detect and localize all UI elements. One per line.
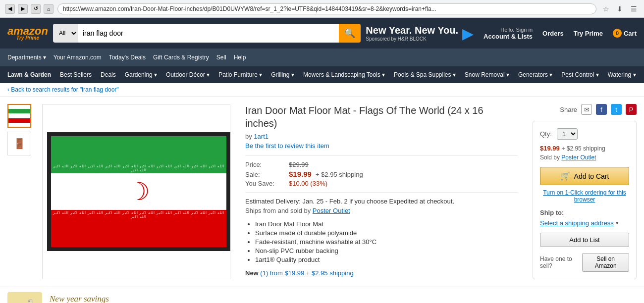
divider-2 xyxy=(245,192,518,193)
review-link[interactable]: Be the first to review this item xyxy=(245,142,518,150)
ships-seller-link[interactable]: Poster Outlet xyxy=(313,207,350,214)
delivery-label: Estimated Delivery: xyxy=(245,198,301,205)
product-title: Iran Door Mat Floor Mat - Flags Of The W… xyxy=(245,104,518,130)
thumbnail-1[interactable] xyxy=(7,104,31,128)
qty-label: Qty: xyxy=(540,130,552,138)
product-image: الله اکبر الله اکبر الله اکبر الله اکبر … xyxy=(45,125,228,258)
shipping-address-link[interactable]: Select a shipping address xyxy=(540,219,614,227)
cat-patio-furniture[interactable]: Patio Furniture ▾ xyxy=(218,71,262,78)
sell-nav[interactable]: Sell xyxy=(216,54,226,61)
feature-4: Non-slip PVC rubber backing xyxy=(255,247,518,254)
refresh-button[interactable]: ↺ xyxy=(31,4,41,14)
thumb-flag-1 xyxy=(8,109,30,123)
cat-deals[interactable]: Deals xyxy=(101,71,116,78)
shipping-address-row[interactable]: Select a shipping address ▾ xyxy=(540,219,629,227)
cat-grilling[interactable]: Grilling ▾ xyxy=(271,71,294,78)
cat-snow-removal[interactable]: Snow Removal ▾ xyxy=(465,71,509,78)
share-pinterest-button[interactable]: P xyxy=(626,104,637,115)
promo-main-text: New Year. New You. xyxy=(366,25,458,36)
account-section[interactable]: Hello. Sign in Account & Lists xyxy=(483,27,533,40)
cart-count-badge: 0 xyxy=(613,29,622,38)
browser-toolbar-icons: ☆ ⬇ ☰ xyxy=(600,3,639,14)
seller-link[interactable]: 1art1 xyxy=(254,133,268,140)
product-thumbnails: 🚪 xyxy=(7,104,32,279)
main-content: 🚪 الله اکبر الله اکبر الله اکبر الله اکب… xyxy=(0,97,644,287)
browser-nav-controls: ◀ ▶ ↺ ⌂ xyxy=(5,4,54,14)
try-prime-button[interactable]: Try Prime xyxy=(574,30,603,37)
todays-deals-nav[interactable]: Today's Deals xyxy=(109,54,146,61)
cat-watering[interactable]: Watering ▾ xyxy=(608,71,636,78)
flag-red-band: الله اکبر الله اکبر الله اکبر الله اکبر … xyxy=(51,210,226,247)
search-input[interactable] xyxy=(78,24,339,43)
browser-chrome: ◀ ▶ ↺ ⌂ https://www.amazon.com/Iran-Door… xyxy=(0,0,644,18)
cat-mowers[interactable]: Mowers & Landscaping Tools ▾ xyxy=(303,71,385,78)
cat-generators[interactable]: Generators ▾ xyxy=(518,71,552,78)
gift-cards-nav[interactable]: Gift Cards & Registry xyxy=(153,54,209,61)
flag-white-band: ☽ xyxy=(51,173,226,210)
amazon-logo[interactable]: amazon Try Prime xyxy=(7,26,48,41)
box-price: $19.99 + $2.95 shipping xyxy=(540,145,629,152)
buy-box: Qty: 1 $19.99 + $2.95 shipping Sold by P… xyxy=(533,121,637,279)
original-price: $29.99 xyxy=(289,161,309,168)
promo-sponsor-text: Sponsored by H&R BLOCK xyxy=(366,36,458,42)
add-to-list-button[interactable]: Add to List xyxy=(540,233,629,247)
thumbnail-2[interactable]: 🚪 xyxy=(7,132,31,155)
cat-best-sellers[interactable]: Best Sellers xyxy=(60,71,92,78)
thumb-icon-2: 🚪 xyxy=(13,138,26,150)
one-click-link[interactable]: Turn on 1-Click ordering for this browse… xyxy=(540,189,629,203)
search-bar: All 🔍 xyxy=(53,24,361,43)
ad-title: New year savings xyxy=(50,294,130,303)
product-features: Iran Door Mat Floor Mat Surface made of … xyxy=(245,220,518,263)
flag-green-band: الله اکبر الله اکبر الله اکبر الله اکبر … xyxy=(51,136,226,173)
share-email-button[interactable]: ✉ xyxy=(581,104,592,115)
search-button[interactable]: 🔍 xyxy=(339,24,361,43)
ad-content: New year savings SaluSpa Palm Springs Ho… xyxy=(50,294,130,303)
cat-pools[interactable]: Pools & Spa Supplies ▾ xyxy=(394,71,456,78)
settings-icon[interactable]: ☰ xyxy=(628,3,639,14)
home-button[interactable]: ⌂ xyxy=(44,4,54,14)
cart-button[interactable]: 0 Cart xyxy=(613,29,637,38)
breadcrumb[interactable]: ‹ Back to search results for "iran flag … xyxy=(0,83,644,97)
new-offer-link[interactable]: (1) from $19.99 + $2.95 shipping xyxy=(260,269,353,277)
departments-nav[interactable]: Departments ▾ xyxy=(7,54,46,61)
product-by-line: by 1art1 xyxy=(245,133,518,140)
ad-image: 🛁 xyxy=(7,292,42,303)
help-nav[interactable]: Help xyxy=(234,54,246,61)
promo-content: New Year. New You. Sponsored by H&R BLOC… xyxy=(366,25,458,42)
iran-flag-mat: الله اکبر الله اکبر الله اکبر الله اکبر … xyxy=(47,132,230,251)
qty-selector[interactable]: 1 xyxy=(557,128,578,140)
back-button[interactable]: ◀ xyxy=(5,4,15,14)
cat-pest-control[interactable]: Pest Control ▾ xyxy=(561,71,598,78)
original-price-row: Price: $29.99 xyxy=(245,161,518,168)
box-shipping-inline: + $2.95 shipping xyxy=(561,145,605,152)
save-amount: $10.00 (33%) xyxy=(289,180,327,187)
cat-outdoor-decor[interactable]: Outdoor Décor ▾ xyxy=(166,71,210,78)
search-category-dropdown[interactable]: All xyxy=(53,24,78,43)
new-label: New xyxy=(245,269,259,277)
your-amazon-nav[interactable]: Your Amazon.com xyxy=(54,54,102,61)
category-bar: Lawn & Garden Best Sellers Deals Gardeni… xyxy=(0,66,644,83)
sold-by-link[interactable]: Poster Outlet xyxy=(561,154,596,161)
header-right-section: New Year. New You. Sponsored by H&R BLOC… xyxy=(366,25,637,42)
product-details: Iran Door Mat Floor Mat - Flags Of The W… xyxy=(240,104,523,279)
forward-button[interactable]: ▶ xyxy=(18,4,28,14)
sell-on-amazon-button[interactable]: Sell on Amazon xyxy=(582,253,629,272)
have-one-text: Have one to sell? xyxy=(540,255,582,269)
secondary-nav: Departments ▾ Your Amazon.com Today's De… xyxy=(0,49,644,66)
right-panel: Share ✉ f t P Qty: 1 $19.99 + $2.95 ship… xyxy=(533,104,637,279)
bookmark-icon[interactable]: ☆ xyxy=(600,3,611,14)
download-icon[interactable]: ⬇ xyxy=(614,3,625,14)
url-bar[interactable]: https://www.amazon.com/Iran-Door-Mat-Flo… xyxy=(57,3,596,14)
flag-arabic-inscription-bottom: الله اکبر الله اکبر الله اکبر الله اکبر … xyxy=(51,210,226,219)
share-facebook-button[interactable]: f xyxy=(596,104,607,115)
cat-lawn-garden[interactable]: Lawn & Garden xyxy=(7,71,51,78)
account-lists-label: Account & Lists xyxy=(483,33,533,40)
add-to-cart-button[interactable]: 🛒 Add to Cart xyxy=(540,167,629,185)
quantity-row: Qty: 1 xyxy=(540,128,629,140)
share-twitter-button[interactable]: t xyxy=(611,104,622,115)
feature-2: Surface made of durable polyamide xyxy=(255,229,518,237)
cat-gardening[interactable]: Gardening ▾ xyxy=(125,71,157,78)
sale-label: Sale: xyxy=(245,171,285,178)
promo-logo-arrow: ▶ xyxy=(462,25,474,42)
orders-button[interactable]: Orders xyxy=(542,30,564,37)
